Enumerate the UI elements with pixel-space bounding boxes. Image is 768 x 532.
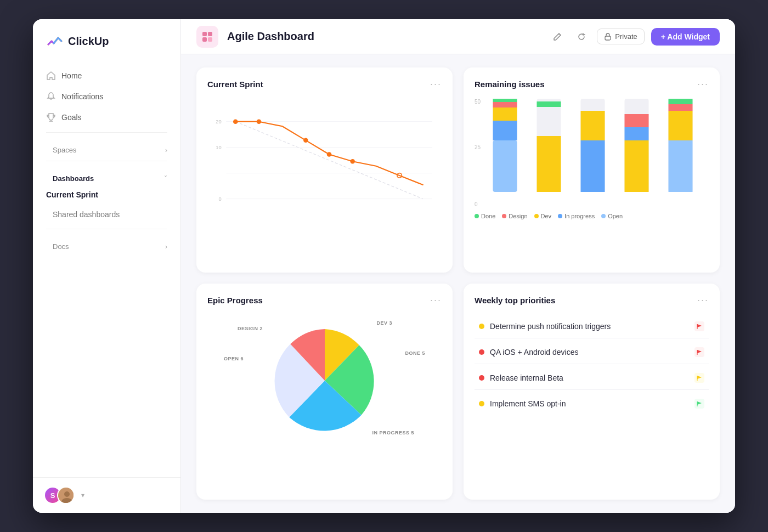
priority-item-2: QA iOS + Android devices — [475, 341, 709, 364]
widget-header-remaining-issues: Remaining issues ··· — [475, 78, 709, 90]
widget-header-epic-progress: Epic Progress ··· — [207, 295, 442, 306]
svg-point-20 — [350, 159, 355, 164]
pie-label-done: DONE 5 — [405, 350, 425, 356]
nav-divider-1 — [46, 132, 167, 133]
pie-chart-svg — [270, 326, 380, 435]
priority-item-1: Determine push notification triggers — [475, 315, 709, 338]
svg-rect-32 — [581, 140, 605, 192]
priority-text-1: Determine push notification triggers — [490, 322, 689, 331]
shared-dashboards-label: Shared dashboards — [53, 210, 120, 219]
priority-dot-2 — [479, 349, 484, 355]
avatar-photo — [57, 486, 75, 504]
current-sprint-widget-title: Current Sprint — [207, 80, 263, 89]
user-avatars: S — [44, 486, 75, 504]
priority-dot-3 — [479, 375, 484, 381]
widget-epic-progress: Epic Progress ··· DEV 3 DONE 5 IN PROGRE… — [196, 284, 453, 500]
priority-item-3: Release internal Beta — [475, 366, 709, 390]
svg-rect-7 — [605, 36, 611, 40]
add-widget-button[interactable]: + Add Widget — [651, 28, 720, 46]
svg-rect-37 — [625, 114, 649, 127]
sidebar-item-goals[interactable]: Goals — [39, 107, 174, 128]
done-dot — [475, 214, 479, 218]
flag-icon-2 — [696, 349, 703, 355]
sidebar-section-dashboards[interactable]: Dashboards ˅ — [39, 166, 174, 185]
docs-arrow-icon: › — [165, 243, 167, 251]
current-sprint-menu-icon[interactable]: ··· — [430, 78, 442, 90]
design-label: Design — [509, 213, 527, 219]
header-actions: Private + Add Widget — [549, 28, 720, 46]
svg-point-17 — [257, 119, 262, 124]
pie-label-in-progress: IN PROGRESS 5 — [372, 430, 414, 435]
svg-text:20: 20 — [216, 118, 221, 124]
nav-divider-3 — [46, 229, 167, 229]
widget-header-weekly-priorities: Weekly top priorities ··· — [475, 295, 709, 306]
legend-open: Open — [601, 213, 623, 219]
svg-point-1 — [64, 491, 70, 497]
widget-header-current-sprint: Current Sprint ··· — [207, 78, 442, 90]
legend-dev: Dev — [534, 213, 552, 219]
in-progress-label: In progress — [564, 213, 595, 219]
svg-rect-26 — [493, 102, 517, 107]
flag-icon-1 — [696, 323, 703, 330]
widget-weekly-priorities: Weekly top priorities ··· Determine push… — [464, 284, 720, 500]
sidebar-item-notifications[interactable]: Notifications — [39, 86, 174, 107]
svg-point-19 — [327, 152, 332, 157]
home-label: Home — [61, 71, 82, 80]
design-dot — [502, 214, 506, 218]
priority-text-2: QA iOS + Android devices — [490, 348, 689, 356]
pie-chart-container: DEV 3 DONE 5 IN PROGRESS 5 OPEN 6 DESIGN… — [207, 315, 442, 446]
priority-dot-1 — [479, 324, 484, 329]
sidebar-item-current-sprint[interactable]: Current Sprint — [39, 185, 174, 205]
sidebar-section-spaces[interactable]: Spaces › — [39, 137, 174, 156]
sidebar: ClickUp Home Notifications — [33, 19, 181, 513]
svg-rect-3 — [202, 32, 207, 36]
y-label-25: 25 — [475, 144, 481, 150]
open-dot — [601, 214, 606, 218]
pie-label-open: OPEN 6 — [224, 356, 244, 361]
svg-rect-24 — [493, 121, 517, 140]
trophy-icon — [46, 112, 56, 122]
priority-item-4: Implement SMS opt-in — [475, 392, 709, 415]
bar-legend: Done Design Dev In progress — [475, 213, 709, 219]
y-label-0: 0 — [475, 201, 478, 207]
pie-label-design: DESIGN 2 — [238, 326, 263, 331]
sidebar-section-docs[interactable]: Docs › — [39, 234, 174, 253]
dev-dot — [534, 214, 539, 218]
weekly-priorities-menu-icon[interactable]: ··· — [697, 295, 709, 306]
svg-rect-4 — [208, 32, 212, 36]
priority-flag-3 — [694, 373, 704, 383]
private-badge: Private — [597, 29, 644, 44]
sidebar-user-area: S ▾ — [33, 477, 180, 513]
dashboard-grid: Current Sprint ··· 20 10 0 — [181, 54, 735, 513]
page-title: Agile Dashboard — [227, 30, 540, 43]
goals-label: Goals — [61, 113, 82, 122]
home-icon — [46, 71, 56, 81]
svg-text:0: 0 — [218, 196, 221, 202]
legend-done: Done — [475, 213, 495, 219]
bell-icon — [46, 92, 56, 101]
svg-rect-5 — [202, 37, 207, 42]
svg-line-15 — [235, 122, 423, 199]
priority-flag-1 — [694, 321, 704, 331]
sidebar-item-shared-dashboards[interactable]: Shared dashboards — [39, 205, 174, 224]
pie-label-dev: DEV 3 — [376, 320, 392, 326]
spaces-label: Spaces — [53, 146, 76, 154]
svg-text:10: 10 — [216, 144, 221, 150]
priority-flag-4 — [694, 399, 704, 409]
private-label: Private — [615, 32, 637, 41]
priority-text-3: Release internal Beta — [490, 373, 689, 382]
dashboards-label: Dashboards — [53, 174, 94, 183]
docs-label: Docs — [53, 242, 69, 251]
main-content: Agile Dashboard — [181, 19, 735, 513]
y-label-50: 50 — [475, 99, 481, 105]
burndown-svg: 20 10 0 — [207, 99, 442, 219]
epic-progress-menu-icon[interactable]: ··· — [430, 295, 442, 306]
remaining-issues-menu-icon[interactable]: ··· — [697, 78, 709, 90]
user-caret-icon[interactable]: ▾ — [81, 491, 84, 499]
app-window: ClickUp Home Notifications — [33, 19, 735, 513]
dashboards-arrow-icon: ˅ — [164, 175, 167, 183]
add-widget-label: + Add Widget — [661, 32, 710, 41]
edit-button[interactable] — [549, 28, 566, 46]
sidebar-item-home[interactable]: Home — [39, 65, 174, 86]
refresh-button[interactable] — [573, 28, 590, 46]
